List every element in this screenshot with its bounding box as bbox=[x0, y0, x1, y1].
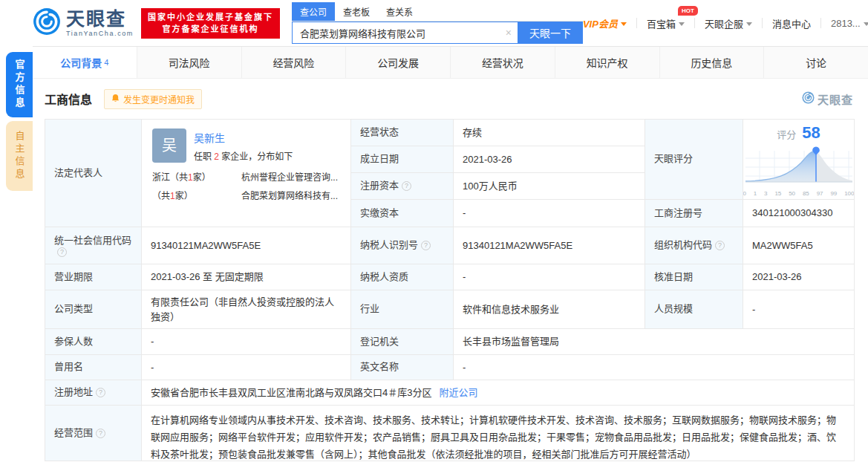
chevron-down-icon bbox=[746, 22, 752, 26]
tab-operating-risk[interactable]: 经营风险 bbox=[242, 47, 347, 78]
nearby-companies-link[interactable]: 附近公司 bbox=[439, 385, 477, 400]
field-value-company-type: 有限责任公司（非自然人投资或控股的法人独资） bbox=[142, 290, 351, 329]
search-button[interactable]: 天眼一下 bbox=[518, 22, 583, 44]
tab-company-development[interactable]: 公司发展 bbox=[346, 47, 451, 78]
tianyancha-swirl-icon bbox=[802, 91, 815, 106]
field-label-tianyan-score: 天眼评分 bbox=[645, 120, 743, 200]
field-value-insured-count: - bbox=[142, 329, 351, 355]
search-area: 查公司 查老板 查关系 × 天眼一下 bbox=[292, 2, 583, 44]
field-label-legal-rep: 法定代表人 bbox=[45, 120, 142, 227]
tab-judicial-risk[interactable]: 司法风险 bbox=[137, 47, 242, 78]
field-label-registry: 登记机关 bbox=[351, 329, 454, 355]
chevron-down-icon bbox=[864, 22, 868, 26]
business-info-card: 工商信息 发生变更时通知我 天眼查 法定代表人 吴 bbox=[33, 79, 867, 462]
tab-company-background[interactable]: 公司背景 4 bbox=[33, 47, 137, 78]
field-label-english-name: 英文名称 bbox=[351, 355, 454, 380]
legal-rep-cell: 吴 吴新生 任职 2 家企业，分布如下 浙江（共1家） 杭州誉程企业管理咨询..… bbox=[142, 120, 351, 227]
tianyancha-watermark: 天眼查 bbox=[802, 91, 853, 107]
avatar[interactable]: 吴 bbox=[152, 128, 186, 163]
rep-company-link[interactable]: 杭州誉程企业管理咨询... bbox=[241, 171, 340, 184]
top-menu: VIP会员 HOT 百宝箱 天眼企服 消息中心 2813... bbox=[583, 16, 868, 30]
question-icon[interactable]: ? bbox=[402, 181, 411, 191]
question-icon[interactable]: ? bbox=[715, 241, 725, 250]
menu-enterprise-service[interactable]: 天眼企服 bbox=[705, 16, 752, 30]
field-value-paid-capital: - bbox=[454, 200, 645, 227]
score-value: 58 bbox=[802, 120, 820, 145]
search-tab-company[interactable]: 查公司 bbox=[292, 2, 335, 21]
field-value-reg-capital: 100万人民币 bbox=[454, 173, 645, 200]
rep-distribution-row: （共1家） 合肥菜划算网络科技有... bbox=[152, 189, 340, 203]
business-info-table: 法定代表人 吴 吴新生 任职 2 家企业，分布如下 浙江（共1家） 杭州誉程企业… bbox=[45, 119, 855, 461]
field-label-approved-date: 核准日期 bbox=[645, 264, 743, 290]
field-value-approved-date: 2021-03-26 bbox=[743, 264, 855, 290]
field-value-established: 2021-03-26 bbox=[454, 146, 645, 173]
question-icon[interactable]: ? bbox=[96, 429, 105, 438]
sidebar-tab-self-info[interactable]: 自主信息 bbox=[6, 121, 33, 191]
hot-badge: HOT bbox=[678, 6, 698, 16]
search-tab-boss[interactable]: 查老板 bbox=[335, 2, 378, 21]
field-value-address: 安徽省合肥市长丰县双凤工业区淮南北路与双凤路交口4＃库3分区 附近公司 bbox=[142, 380, 855, 406]
field-value-registry: 长丰县市场监督管理局 bbox=[454, 329, 855, 355]
menu-message-center[interactable]: 消息中心 bbox=[772, 16, 811, 30]
field-value-taxpayer-id: 91340121MA2WW5FA5E bbox=[454, 227, 645, 264]
field-value-english-name: - bbox=[454, 355, 855, 380]
menu-user-account[interactable]: 2813... bbox=[831, 18, 868, 29]
gov-badge-line1: 国家中小企业发展子基金旗下 bbox=[148, 11, 273, 24]
field-value-reg-number: 340121000304330 bbox=[743, 200, 855, 227]
chevron-down-icon bbox=[679, 22, 685, 26]
tab-count-badge: 4 bbox=[104, 58, 108, 67]
tianyancha-swirl-icon bbox=[33, 7, 61, 39]
field-value-term: 2021-03-26 至 无固定期限 bbox=[142, 264, 351, 290]
divider bbox=[636, 18, 637, 28]
divider bbox=[820, 18, 821, 28]
tab-discussion[interactable]: 讨论 bbox=[764, 47, 868, 78]
score-bell-curve-chart: 013 155085 9799100 bbox=[743, 146, 855, 199]
search-tabs: 查公司 查老板 查关系 bbox=[292, 2, 583, 22]
field-value-industry: 软件和信息技术服务业 bbox=[454, 290, 645, 329]
field-label-paid-capital: 实缴资本 bbox=[351, 200, 454, 227]
field-value-staff-size: - bbox=[743, 290, 855, 329]
rep-company-link[interactable]: 合肥菜划算网络科技有... bbox=[241, 189, 340, 203]
field-label-former-name: 曾用名 bbox=[45, 355, 142, 380]
field-label-business-scope: 经营范围? bbox=[45, 406, 142, 461]
field-value-taxpayer-quality: - bbox=[454, 264, 645, 290]
rep-distribution-row: 浙江（共1家） 杭州誉程企业管理咨询... bbox=[152, 171, 340, 184]
field-label-org-code: 组织机构代码? bbox=[645, 227, 743, 264]
section-title: 工商信息 bbox=[45, 90, 92, 108]
tab-intellectual-property[interactable]: 知识产权 bbox=[555, 47, 660, 78]
field-label-credit-code: 统一社会信用代码? bbox=[45, 227, 142, 264]
tab-history-info[interactable]: 历史信息 bbox=[660, 47, 765, 78]
field-value-status: 存续 bbox=[454, 120, 645, 146]
search-tab-relation[interactable]: 查关系 bbox=[378, 2, 421, 21]
tianyan-score-cell: 评分 58 bbox=[743, 120, 855, 200]
tianyancha-logo[interactable]: 天眼查 TianYanCha.com bbox=[33, 7, 134, 39]
top-header: 天眼查 TianYanCha.com 国家中小企业发展子基金旗下 官方备案企业征… bbox=[0, 0, 868, 46]
field-value-org-code: MA2WW5FA5 bbox=[743, 227, 855, 264]
field-label-taxpayer-quality: 纳税人资质 bbox=[351, 264, 454, 290]
field-label-reg-number: 工商注册号 bbox=[645, 200, 743, 227]
menu-vip[interactable]: VIP会员 bbox=[583, 16, 627, 30]
field-label-taxpayer-id: 纳税人识别号? bbox=[351, 227, 454, 264]
tab-operating-status[interactable]: 经营状况 bbox=[451, 47, 555, 78]
field-label-address: 注册地址? bbox=[45, 380, 142, 406]
sidebar-tab-official-info[interactable]: 官方信息 bbox=[6, 52, 33, 117]
gov-badge-line2: 官方备案企业征信机构 bbox=[148, 23, 273, 36]
score-caption: 评分 bbox=[777, 128, 796, 143]
menu-treasure-box[interactable]: HOT 百宝箱 bbox=[647, 16, 685, 30]
clear-search-icon[interactable]: × bbox=[506, 26, 512, 39]
question-icon[interactable]: ? bbox=[96, 388, 105, 397]
search-input[interactable] bbox=[292, 22, 518, 44]
question-icon[interactable]: ? bbox=[57, 247, 67, 257]
field-label-industry: 行业 bbox=[351, 290, 454, 329]
field-label-reg-capital: 注册资本? bbox=[351, 173, 454, 200]
field-label-status: 经营状态 bbox=[351, 120, 454, 146]
divider bbox=[694, 18, 695, 28]
question-icon[interactable]: ? bbox=[421, 241, 431, 250]
notify-on-change-button[interactable]: 发生变更时通知我 bbox=[104, 89, 202, 109]
legal-rep-name-link[interactable]: 吴新生 bbox=[194, 131, 293, 146]
logo-subtitle: TianYanCha.com bbox=[66, 30, 134, 37]
field-value-former-name: - bbox=[142, 355, 351, 380]
field-label-staff-size: 人员规模 bbox=[645, 290, 743, 329]
field-value-business-scope: 在计算机网络专业领域内从事技术开发、技术咨询、技术服务、技术转让；计算机软硬件技… bbox=[142, 406, 855, 461]
legal-rep-tenure: 任职 2 家企业，分布如下 bbox=[194, 150, 293, 163]
